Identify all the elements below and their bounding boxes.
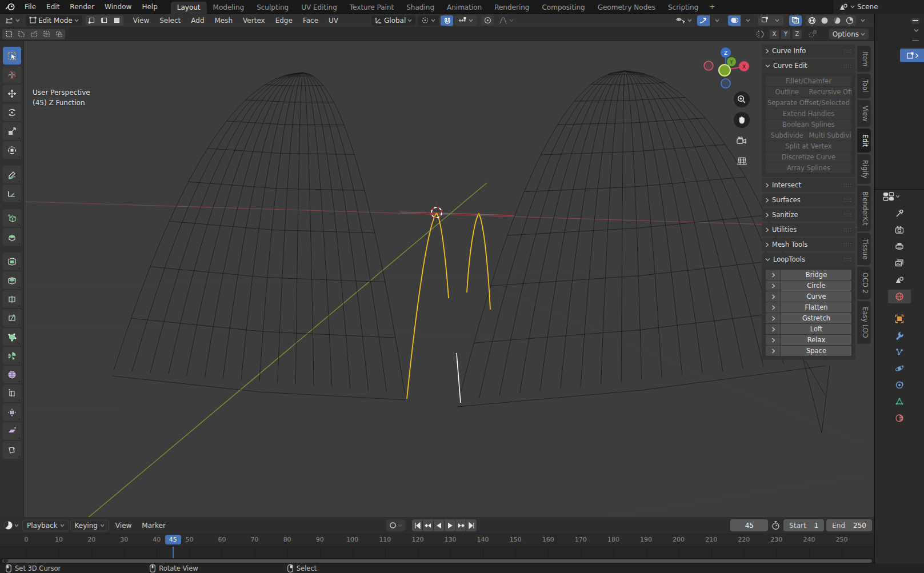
- panel-header-utilities[interactable]: Utilities::::: [762, 223, 855, 237]
- tool-select-box[interactable]: [3, 47, 21, 65]
- navigation-gizmo[interactable]: ZYX: [702, 47, 751, 96]
- tool-annotate[interactable]: [3, 166, 21, 183]
- transform-orientation-dropdown[interactable]: Global: [371, 15, 415, 26]
- outliner-filter-button[interactable]: [875, 14, 924, 25]
- tool-smooth[interactable]: [3, 366, 21, 383]
- workspace-tab-animation[interactable]: Animation: [441, 2, 488, 14]
- edge-mode-button[interactable]: [98, 15, 111, 26]
- properties-tab-view-layer[interactable]: [888, 257, 911, 270]
- tool-inset-faces[interactable]: [3, 253, 21, 270]
- snap-target-dropdown[interactable]: [455, 15, 477, 26]
- mirror-x-button[interactable]: X: [770, 30, 779, 39]
- properties-tab-particles[interactable]: [888, 345, 911, 359]
- timeline-tracks[interactable]: [0, 547, 874, 558]
- tool-knife[interactable]: [3, 309, 21, 327]
- tool-add-cube[interactable]: [3, 209, 21, 227]
- zoom-button[interactable]: [734, 91, 750, 107]
- shading-solid-button[interactable]: [818, 15, 831, 26]
- workspace-tab-shading[interactable]: Shading: [400, 2, 441, 14]
- button-recursive-off-[interactable]: Recursive Off...: [809, 87, 852, 97]
- button-extend-handles[interactable]: Extend Handles: [766, 109, 851, 119]
- properties-tab-object-data[interactable]: [888, 395, 911, 408]
- snap-toggle[interactable]: [441, 15, 453, 26]
- tool-bevel[interactable]: [3, 271, 21, 289]
- panel-header-mesh-tools[interactable]: Mesh Tools::::: [762, 238, 855, 251]
- sidebar-tab-ocd-2[interactable]: OCD 2: [857, 267, 871, 299]
- workspace-tab-uv-editing[interactable]: UV Editing: [295, 2, 343, 14]
- panel-header-curve-info[interactable]: Curve Info::::: [762, 44, 855, 58]
- object-visibility-dropdown[interactable]: [673, 15, 695, 26]
- button-relax[interactable]: Relax: [781, 335, 851, 345]
- select-op-subtract-button[interactable]: [27, 29, 40, 39]
- panel-header-looptools[interactable]: LoopTools::::: [762, 253, 855, 266]
- timeline-menu-keying[interactable]: Keying: [70, 520, 109, 531]
- expand-curve-button[interactable]: [766, 291, 781, 302]
- local-view-dropdown[interactable]: [771, 15, 783, 26]
- properties-tab-physics[interactable]: [888, 362, 911, 375]
- start-frame-field[interactable]: Start1: [783, 519, 824, 531]
- timeline-menu-marker[interactable]: Marker: [137, 522, 170, 530]
- workspace-tab-sculpting[interactable]: Sculpting: [250, 2, 295, 14]
- sidebar-tab-view[interactable]: View: [857, 100, 871, 127]
- tool-scale[interactable]: [3, 122, 21, 140]
- expand-circle-button[interactable]: [766, 281, 781, 291]
- sidebar-tab-tool[interactable]: Tool: [857, 74, 871, 98]
- show-overlays-toggle[interactable]: [728, 15, 741, 26]
- viewport-menu-edge[interactable]: Edge: [270, 14, 298, 27]
- tool-poly-build[interactable]: [3, 328, 21, 346]
- sidebar-tab-easy-lod[interactable]: Easy LOD: [857, 301, 871, 344]
- timeline-menu-playback[interactable]: Playback: [22, 520, 69, 531]
- next-keyframe-button[interactable]: [455, 519, 466, 531]
- scene-selector[interactable]: Scene: [833, 0, 924, 14]
- xray-toggle[interactable]: [789, 15, 802, 26]
- viewport-menu-vertex[interactable]: Vertex: [238, 14, 270, 27]
- viewport-3d[interactable]: User Perspective (45) Z Function ZYX Cur…: [0, 41, 874, 517]
- playhead-badge[interactable]: 45: [165, 535, 181, 544]
- panel-header-intersect[interactable]: Intersect::::: [762, 178, 855, 192]
- sidebar-tab-blenderkit[interactable]: BlenderKit: [857, 186, 871, 231]
- panel-header-surfaces[interactable]: Surfaces::::: [762, 193, 855, 207]
- current-frame-field[interactable]: 45: [730, 519, 768, 531]
- button-curve[interactable]: Curve: [781, 291, 851, 302]
- button-space[interactable]: Space: [781, 346, 851, 356]
- button-array-splines[interactable]: Array Splines: [766, 163, 851, 173]
- editor-type-button[interactable]: [1, 15, 23, 26]
- toggle-perspective-button[interactable]: [734, 153, 750, 169]
- properties-tab-tool[interactable]: [888, 207, 911, 221]
- viewport-menu-mesh[interactable]: Mesh: [210, 14, 238, 27]
- workspace-tab-rendering[interactable]: Rendering: [488, 2, 535, 14]
- button-flatten[interactable]: Flatten: [781, 302, 851, 312]
- outliner-collapse-button[interactable]: [875, 25, 924, 33]
- show-gizmo-toggle[interactable]: [697, 15, 710, 26]
- select-op-set-button[interactable]: [2, 29, 15, 39]
- button-boolean-splines[interactable]: Boolean Splines: [766, 119, 851, 130]
- tool-edge-slide[interactable]: [3, 384, 21, 402]
- sidebar-tab-item[interactable]: Item: [857, 46, 871, 72]
- shading-wireframe-button[interactable]: [806, 15, 818, 26]
- play-button[interactable]: [445, 519, 455, 531]
- properties-tab-object[interactable]: [888, 312, 911, 326]
- tool-cursor[interactable]: [3, 66, 21, 83]
- timeline-ruler[interactable]: 0102030405060708090100110120130140150160…: [0, 534, 874, 547]
- tool-shear[interactable]: [3, 422, 21, 440]
- jump-to-start-button[interactable]: [412, 519, 422, 531]
- panel-header-sanitize[interactable]: Sanitize::::: [762, 208, 855, 222]
- button-circle[interactable]: Circle: [781, 281, 851, 291]
- workspace-tab-modeling[interactable]: Modeling: [207, 2, 251, 14]
- mode-dropdown[interactable]: Edit Mode: [26, 15, 82, 26]
- select-op-invert-button[interactable]: [40, 29, 53, 39]
- tool-extrude-region[interactable]: [3, 228, 21, 246]
- button-discretize-curve[interactable]: Discretize Curve: [766, 152, 851, 162]
- menu-edit[interactable]: Edit: [41, 0, 65, 14]
- face-mode-button[interactable]: [111, 15, 123, 26]
- expand-flatten-button[interactable]: [766, 302, 781, 312]
- proportional-editing-toggle[interactable]: [481, 15, 494, 26]
- move-view-button[interactable]: [734, 112, 750, 128]
- workspace-tab-scripting[interactable]: Scripting: [662, 2, 705, 14]
- tool-rotate[interactable]: [3, 103, 21, 121]
- expand-bridge-button[interactable]: [766, 270, 781, 280]
- select-op-intersect-button[interactable]: [53, 29, 65, 39]
- expand-gstretch-button[interactable]: [766, 313, 781, 323]
- properties-tab-output[interactable]: [888, 240, 911, 254]
- properties-tab-constraints[interactable]: [888, 378, 911, 392]
